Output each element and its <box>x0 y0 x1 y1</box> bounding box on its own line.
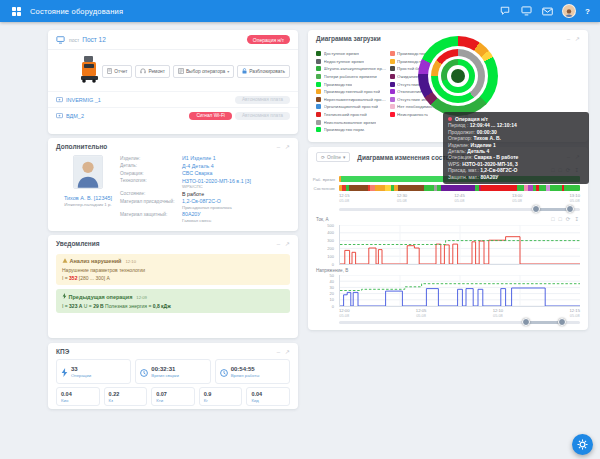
slider-handle[interactable] <box>558 318 566 326</box>
kpi-col: 00:32:31Время сварки <box>151 366 179 378</box>
device-row[interactable]: ВДМ_2 Сигнал Wi-Fi Автономная плата <box>48 107 298 123</box>
legend-item[interactable]: Доступное время <box>316 50 387 58</box>
legend-item[interactable]: Штучно-калькуляционное время <box>316 65 387 73</box>
alert-time: 12:10 <box>125 259 135 264</box>
kpi-label: Время работы <box>231 373 260 378</box>
operator-list-icon <box>178 68 184 74</box>
legend-swatch <box>390 74 395 79</box>
kpi-tile[interactable]: 0.04Кид <box>246 387 290 406</box>
field-value[interactable]: НЗТО-01-2020-МП-16 в.1 [3] <box>182 178 251 184</box>
apps-grid-icon[interactable] <box>10 6 22 17</box>
kpi-tile[interactable]: 0.22Кз <box>104 387 148 406</box>
expand-icon[interactable]: ↗ <box>285 241 290 247</box>
voltage-chart <box>339 275 580 307</box>
kpi-col: 0.07Кти <box>156 391 167 403</box>
y-axis-labels: 5004003002001000 <box>314 225 336 265</box>
range-slider <box>339 205 580 214</box>
alert-time: 12:09 <box>136 295 146 300</box>
kpi-label: Время сварки <box>151 373 179 378</box>
legend-item[interactable]: Производство норм. <box>316 126 387 134</box>
kpi-tile[interactable]: 33Операции <box>56 359 131 384</box>
legend-item[interactable]: Производство <box>316 80 387 88</box>
field-value[interactable]: 1,2-Св-08Г2С-О <box>182 198 232 204</box>
expand-icon[interactable]: ↗ <box>575 36 580 42</box>
gear-icon <box>577 439 588 450</box>
field-value[interactable]: И1 Изделие 1 <box>182 155 216 161</box>
legend-swatch <box>390 51 395 56</box>
legend-item[interactable]: Недоступное время <box>316 58 387 66</box>
kpi-value: 00:54:55 <box>231 366 260 372</box>
field-value[interactable]: 80А20У <box>182 211 211 217</box>
collapse-icon[interactable]: – <box>277 349 280 355</box>
field-value[interactable]: СВС Сварка <box>182 170 212 176</box>
state-segment <box>398 185 425 191</box>
legend-label: Неиспользованное время <box>324 120 377 125</box>
legend-item[interactable]: Потери рабочего времени <box>316 73 387 81</box>
legend-item[interactable]: Производственный простой <box>316 88 387 96</box>
details-field-list: Изделие:И1 Изделие 1Деталь:Д-4 Деталь 4О… <box>120 155 290 224</box>
card-title: Дополнительно <box>56 143 107 150</box>
operator-link[interactable]: Тихов А. В. [12345] <box>56 195 120 201</box>
post-title[interactable]: Пост 12 <box>82 36 106 43</box>
legend-label: Производственный простой <box>324 89 381 94</box>
chart-toolbar: □□⟳↧ <box>551 217 579 223</box>
legend-swatch <box>316 112 321 117</box>
legend-item[interactable]: Нерегламентированный простой <box>316 96 387 104</box>
tick-date: 05.08 <box>512 198 522 203</box>
slider-handle[interactable] <box>522 318 530 326</box>
help-icon[interactable]: ? <box>585 7 590 16</box>
kpi-tile[interactable]: 00:54:55Время работы <box>215 359 290 384</box>
kpi-tile[interactable]: 00:32:31Время сварки <box>135 359 210 384</box>
refresh-icon[interactable]: ⟳ <box>566 217 571 223</box>
user-avatar[interactable] <box>562 4 576 18</box>
state-segment <box>517 185 524 191</box>
expand-icon[interactable]: ↗ <box>285 349 290 355</box>
state-segment <box>550 185 562 191</box>
kpi-value: 0.22 <box>109 391 120 397</box>
kpi-tile[interactable]: 0.9Кг <box>199 387 243 406</box>
settings-fab-button[interactable] <box>572 434 593 455</box>
state-segment <box>349 185 368 191</box>
zoom-reset-icon[interactable]: □ <box>558 217 561 223</box>
row-label: Состояние <box>308 186 335 191</box>
y-tick-label: 10 <box>330 297 334 302</box>
report-button[interactable]: Отчет <box>102 65 132 78</box>
field-value[interactable]: Д-4 Деталь 4 <box>182 163 214 169</box>
tick-date: 05.08 <box>570 198 580 203</box>
device-name[interactable]: ВДМ_2 <box>66 113 84 119</box>
kpi-value: 0.04 <box>251 391 262 397</box>
field-value-wrap: СВС Сварка <box>182 170 212 176</box>
legend-label: Производство <box>324 82 353 87</box>
expand-icon[interactable]: ↗ <box>285 144 290 150</box>
current-chart <box>339 225 580 265</box>
legend-item[interactable]: Неиспользованное время <box>316 118 387 126</box>
kpi-tile[interactable]: 0.07Кти <box>151 387 195 406</box>
collapse-icon[interactable]: – <box>277 241 280 247</box>
mail-icon[interactable] <box>541 6 553 17</box>
legend-item[interactable]: Технический простой <box>316 111 387 119</box>
legend-label: Организационный простой <box>324 104 379 109</box>
monitor-icon[interactable] <box>520 6 532 17</box>
download-icon[interactable]: ↧ <box>574 217 579 223</box>
field-value-wrap: 80А20УГазовая смесь <box>182 211 211 223</box>
collapse-icon[interactable]: – <box>567 36 570 42</box>
zoom-box-icon[interactable]: □ <box>551 217 554 223</box>
device-row[interactable]: INVERMIG _1 Автономная плата <box>48 91 298 107</box>
device-name[interactable]: INVERMIG _1 <box>66 97 101 103</box>
chat-icon[interactable] <box>499 6 511 17</box>
legend-label: Потери рабочего времени <box>324 74 377 79</box>
select-operator-button[interactable]: Выбор оператора▾ <box>173 65 234 78</box>
row-label: Раб. время <box>308 177 335 182</box>
y-tick-label: 0 <box>332 304 334 309</box>
unlock-button[interactable]: Разблокировать <box>237 65 290 78</box>
legend-swatch <box>316 127 321 132</box>
repair-button[interactable]: Ремонт <box>135 65 169 78</box>
tick-date: 05.08 <box>397 198 407 203</box>
slider-handle[interactable] <box>566 205 574 213</box>
slider-handle[interactable] <box>532 205 540 213</box>
axis-title: Ток, А <box>316 217 329 222</box>
collapse-icon[interactable]: – <box>277 144 280 150</box>
kpi-tile[interactable]: 0.04Кио <box>56 387 100 406</box>
online-mode-button[interactable]: ⟳ Online ▾ <box>316 152 350 162</box>
legend-item[interactable]: Организационный простой <box>316 103 387 111</box>
